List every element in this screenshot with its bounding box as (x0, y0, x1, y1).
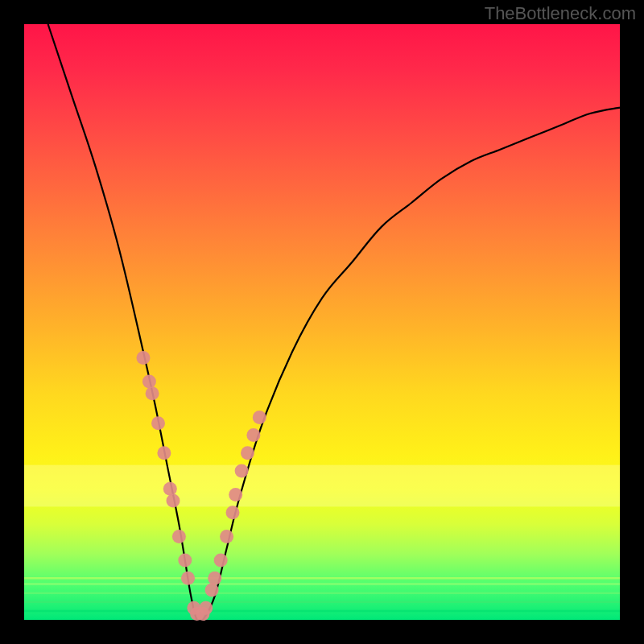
chart-container: TheBottleneck.com (0, 0, 644, 644)
marker-dot (246, 428, 260, 442)
marker-dot (172, 530, 186, 543)
marker-dot (229, 488, 242, 502)
marker-dot (137, 351, 151, 365)
chart-svg (24, 24, 620, 620)
marker-dot (163, 482, 177, 496)
marker-dot (208, 572, 221, 585)
bands-group (24, 465, 620, 507)
marker-dot (142, 375, 156, 389)
band-pale-band (24, 465, 620, 507)
marker-dot (157, 446, 171, 460)
marker-dot (253, 411, 266, 424)
marker-dot (199, 601, 213, 615)
marker-dot (167, 494, 180, 508)
marker-dot (146, 386, 159, 400)
marker-dot (151, 416, 165, 430)
marker-dot (181, 572, 195, 585)
marker-dot (178, 554, 192, 568)
marker-dot (205, 584, 219, 597)
marker-dot (214, 554, 228, 568)
attribution-label: TheBottleneck.com (485, 3, 636, 24)
marker-dot (226, 506, 240, 519)
marker-dot (235, 464, 249, 478)
plot-area (24, 24, 620, 620)
curve-path (48, 24, 620, 623)
stripes-group (24, 578, 620, 611)
marker-dot (241, 446, 254, 460)
marker-dot (220, 530, 233, 543)
